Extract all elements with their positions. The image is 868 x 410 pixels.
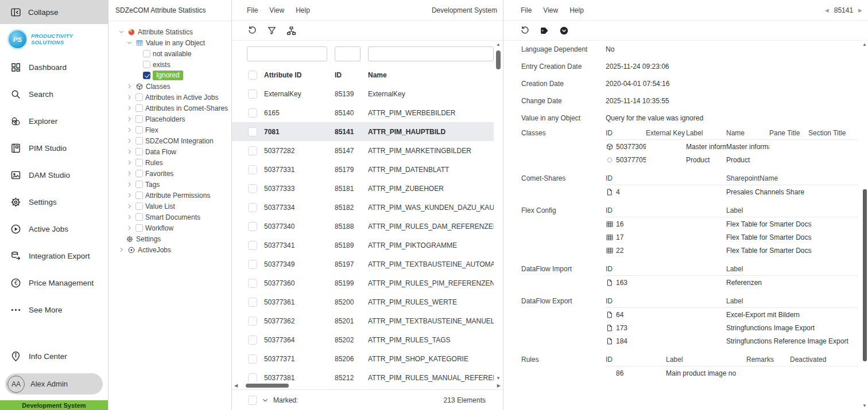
row-checkbox[interactable] xyxy=(248,222,257,231)
menu-help[interactable]: Help xyxy=(569,6,584,14)
tree-checkbox[interactable] xyxy=(143,72,150,79)
tree-node-workflow[interactable]: Workflow xyxy=(108,222,231,233)
vertical-scrollbar[interactable]: ▲ ▼ xyxy=(495,42,502,381)
sidebar-item-search[interactable]: Search xyxy=(0,81,108,108)
section-table-row[interactable]: 50377309Master informaMaster informa xyxy=(606,140,858,153)
chevron-down-icon[interactable] xyxy=(118,28,125,36)
table-row[interactable]: 5037733185179ATTR_PIM_DATENBLATT xyxy=(232,160,494,179)
table-row[interactable]: 5037728285147ATTR_PIM_MARKETINGBILDER xyxy=(232,141,494,160)
row-checkbox[interactable] xyxy=(248,203,257,212)
section-table-row[interactable]: 4Presales Channels Share xyxy=(606,185,858,198)
scroll-right-arrow[interactable]: ▶ xyxy=(497,384,501,388)
menu-view[interactable]: View xyxy=(543,6,558,14)
tree-node-rules[interactable]: Rules xyxy=(108,157,231,168)
tree-node-placeholders[interactable]: Placeholders xyxy=(108,114,231,124)
scroll-up-arrow[interactable]: ▲ xyxy=(862,42,867,47)
section-table-row[interactable]: 64Excel-Export mit Bildern xyxy=(606,308,858,321)
tree-checkbox[interactable] xyxy=(135,126,143,134)
horizontal-scrollbar[interactable]: ◀ ▶ xyxy=(232,382,503,389)
sidebar-item-see-more[interactable]: See More xyxy=(0,296,108,323)
sidebar-item-explorer[interactable]: Explorer xyxy=(0,108,108,135)
row-checkbox[interactable] xyxy=(248,165,257,174)
sidebar-item-price-management[interactable]: €Price Management xyxy=(0,270,108,296)
column-header-attribute-id[interactable]: Attribute ID xyxy=(264,71,335,79)
next-record-button[interactable]: ▶ xyxy=(858,7,862,13)
row-checkbox[interactable] xyxy=(248,184,257,193)
section-table-row[interactable]: 16Flex Table for Smarter Docs xyxy=(606,217,858,231)
tree-node-value-list[interactable]: Value List xyxy=(108,201,231,212)
column-header-id[interactable]: ID xyxy=(335,71,368,79)
scrollbar-track[interactable] xyxy=(240,383,495,388)
menu-help[interactable]: Help xyxy=(296,6,310,14)
row-checkbox[interactable] xyxy=(248,108,257,118)
table-row[interactable]: 5037734185189ATTR_PIM_PIKTOGRAMME xyxy=(232,236,494,255)
row-checkbox[interactable] xyxy=(248,89,257,99)
tree-checkbox[interactable] xyxy=(135,104,143,112)
collapse-button[interactable]: Collapse xyxy=(0,0,108,24)
chevron-right-icon[interactable] xyxy=(126,181,133,188)
section-table-row[interactable]: 17Flex Table for Smarter Docs xyxy=(606,231,858,244)
table-row[interactable]: 708185141ATTR_PIM_HAUPTBILD xyxy=(232,122,494,141)
chevron-right-icon[interactable] xyxy=(126,170,133,177)
chevron-right-icon[interactable] xyxy=(118,246,125,253)
section-table-row[interactable]: 50377705ProductProduct xyxy=(606,153,858,166)
tree-node-sdzecom-integration[interactable]: SDZeCOM Integration xyxy=(108,135,231,146)
tree-node-tags[interactable]: Tags xyxy=(108,179,231,190)
chevron-right-icon[interactable] xyxy=(126,213,133,221)
chevron-right-icon[interactable] xyxy=(126,224,133,232)
scroll-left-arrow[interactable]: ◀ xyxy=(234,384,238,388)
chevron-right-icon[interactable] xyxy=(126,137,133,145)
tree-node-value-in-any-object[interactable]: Value in any Object xyxy=(108,37,231,48)
table-row[interactable]: 5037733385181ATTR_PIM_ZUBEHOER xyxy=(232,179,494,198)
tree-checkbox[interactable] xyxy=(135,115,143,123)
chevron-right-icon[interactable] xyxy=(126,148,133,155)
chevron-right-icon[interactable] xyxy=(126,192,133,199)
sidebar-item-pim-studio[interactable]: PIM Studio xyxy=(0,135,108,162)
sidebar-item-dam-studio[interactable]: DAM Studio xyxy=(0,162,108,189)
tree-checkbox[interactable] xyxy=(135,224,143,232)
tree-node-attributes-in-active-jobs[interactable]: Attributes in Active Jobs xyxy=(108,92,231,103)
tree-node-favorites[interactable]: Favorites xyxy=(108,168,231,179)
hierarchy-icon[interactable] xyxy=(286,25,297,36)
refresh-icon[interactable] xyxy=(520,25,530,36)
user-menu[interactable]: AA Alex Admin xyxy=(5,373,103,395)
previous-record-button[interactable]: ◀ xyxy=(825,7,829,13)
chevron-down-icon[interactable] xyxy=(126,39,133,46)
tree-node-data-flow[interactable]: Data Flow xyxy=(108,146,231,157)
tree-node-activejobs[interactable]: ActiveJobs xyxy=(108,244,231,255)
refresh-icon[interactable] xyxy=(247,25,258,36)
scroll-up-arrow[interactable]: ▲ xyxy=(496,42,501,47)
name-filter-input[interactable] xyxy=(368,46,494,61)
select-all-checkbox[interactable] xyxy=(248,71,257,80)
chevron-down-icon[interactable] xyxy=(261,396,269,404)
chevron-right-icon[interactable] xyxy=(126,93,133,101)
tree-node-settings[interactable]: Settings xyxy=(108,233,231,244)
logo[interactable]: PS PRODUCTIVITY SOLUTIONS xyxy=(0,24,108,54)
table-row[interactable]: 5037734085188ATTR_PIM_RULES_DAM_REFERENZ… xyxy=(232,217,494,236)
scrollbar-thumb[interactable] xyxy=(496,50,501,69)
tree-checkbox[interactable] xyxy=(135,192,143,199)
tree-checkbox[interactable] xyxy=(135,137,143,145)
tree-node-exists[interactable]: exists xyxy=(108,59,231,70)
sidebar-item-info-center[interactable]: Info Center xyxy=(0,343,108,370)
sidebar-item-active-jobs[interactable]: Active Jobs xyxy=(0,216,108,243)
tree-checkbox[interactable] xyxy=(135,181,143,188)
sidebar-item-dashboard[interactable]: Dashboard xyxy=(0,54,108,81)
row-checkbox[interactable] xyxy=(248,279,257,288)
tree-node-classes[interactable]: Classes xyxy=(108,81,231,92)
section-table-row[interactable]: 173Stringfunctions Image Export xyxy=(606,321,858,334)
tree-node-not-available[interactable]: not available xyxy=(108,48,231,59)
tree-checkbox[interactable] xyxy=(135,93,143,101)
attribute-id-filter-input[interactable] xyxy=(247,46,327,61)
tree-checkbox[interactable] xyxy=(135,213,143,221)
funnel-icon[interactable] xyxy=(266,25,277,36)
scroll-down-arrow[interactable]: ▼ xyxy=(862,404,867,408)
scrollbar-thumb[interactable] xyxy=(863,189,867,361)
tree-node-attributes-in-comet-shares[interactable]: Attributes in Comet-Shares xyxy=(108,103,231,114)
row-checkbox[interactable] xyxy=(248,241,257,250)
tree-checkbox[interactable] xyxy=(143,61,150,68)
marked-checkbox[interactable] xyxy=(248,396,257,405)
table-row[interactable]: 5037736085199ATTR_PIM_RULES_PIM_REFERENZ… xyxy=(232,274,494,292)
row-checkbox[interactable] xyxy=(248,260,257,269)
table-row[interactable]: 5037736485202ATTR_PIM_RULES_TAGS xyxy=(232,330,494,349)
